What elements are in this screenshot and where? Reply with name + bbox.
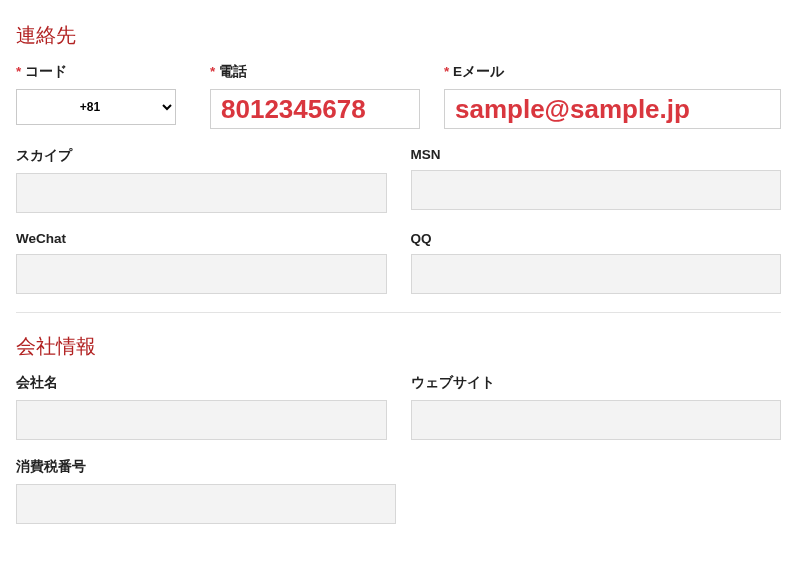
wechat-input[interactable]	[16, 254, 387, 294]
skype-field: スカイプ	[16, 147, 387, 213]
phone-input[interactable]	[210, 89, 420, 129]
code-label: コード	[16, 63, 186, 81]
email-input[interactable]	[444, 89, 781, 129]
vat-label: 消費税番号	[16, 458, 396, 476]
qq-field: QQ	[411, 231, 782, 294]
contact-row-2: スカイプ MSN	[16, 147, 781, 213]
contact-row-1: コード +81 電話 Eメール	[16, 63, 781, 129]
website-label: ウェブサイト	[411, 374, 782, 392]
section-divider	[16, 312, 781, 313]
skype-input[interactable]	[16, 173, 387, 213]
contact-row-3: WeChat QQ	[16, 231, 781, 294]
code-select[interactable]: +81	[16, 89, 176, 125]
contact-section-title: 連絡先	[16, 22, 781, 49]
email-label: Eメール	[444, 63, 781, 81]
code-field: コード +81	[16, 63, 186, 129]
company-name-label: 会社名	[16, 374, 387, 392]
wechat-label: WeChat	[16, 231, 387, 246]
email-field: Eメール	[444, 63, 781, 129]
vat-input[interactable]	[16, 484, 396, 524]
msn-label: MSN	[411, 147, 782, 162]
qq-input[interactable]	[411, 254, 782, 294]
vat-field: 消費税番号	[16, 458, 396, 524]
qq-label: QQ	[411, 231, 782, 246]
company-row-2: 消費税番号	[16, 458, 781, 524]
skype-label: スカイプ	[16, 147, 387, 165]
website-field: ウェブサイト	[411, 374, 782, 440]
msn-field: MSN	[411, 147, 782, 213]
phone-field: 電話	[210, 63, 420, 129]
company-row-1: 会社名 ウェブサイト	[16, 374, 781, 440]
company-section-title: 会社情報	[16, 333, 781, 360]
phone-label: 電話	[210, 63, 420, 81]
company-name-input[interactable]	[16, 400, 387, 440]
wechat-field: WeChat	[16, 231, 387, 294]
msn-input[interactable]	[411, 170, 782, 210]
company-name-field: 会社名	[16, 374, 387, 440]
website-input[interactable]	[411, 400, 782, 440]
